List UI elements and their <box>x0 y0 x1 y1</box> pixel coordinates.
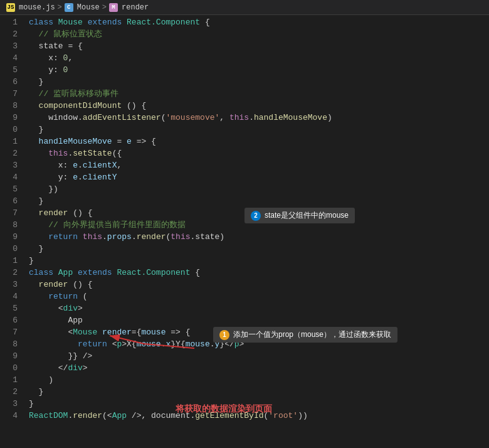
token-kw2: this <box>229 113 249 122</box>
code-line: // 鼠标位置状态 <box>29 28 489 40</box>
token-kw: extends <box>78 268 117 277</box>
code-line: y: 0 <box>29 64 489 76</box>
line-number: 1 <box>5 16 18 28</box>
code-line: } <box>29 243 489 255</box>
code-line: render () { <box>29 279 489 291</box>
token-str: 'root' <box>268 411 298 420</box>
line-number: 2 <box>5 386 18 398</box>
line-number: 5 <box>5 302 18 314</box>
line-number: 4 <box>5 52 18 64</box>
token-cmt: // 向外界提供当前子组件里面的数据 <box>48 220 185 230</box>
code-line: <div> <box>29 302 489 314</box>
line-number: 4 <box>5 291 18 302</box>
line-number: 9 <box>5 112 18 124</box>
code-line: } <box>29 124 489 136</box>
line-number: 9 <box>5 231 18 243</box>
token-prop: props <box>107 232 132 242</box>
code-line: }) <box>29 183 489 195</box>
token-var: mouse <box>186 339 210 349</box>
line-number: 6 <box>5 76 18 88</box>
token-tag: div <box>68 363 82 373</box>
render-icon: M <box>109 3 118 12</box>
token-num: 0 <box>63 65 68 75</box>
line-number: 7 <box>5 88 18 100</box>
token-tag: App <box>112 411 127 420</box>
breadcrumb-method[interactable]: render <box>122 3 149 12</box>
token-var: e <box>73 161 78 170</box>
breadcrumb-class[interactable]: Mouse <box>77 3 100 12</box>
token-cmt: // 鼠标位置状态 <box>39 29 102 39</box>
token-kw: return <box>48 232 83 242</box>
annotation-1: 1添加一个值为prop（mouse），通过函数来获取 <box>213 327 397 343</box>
token-fn: render <box>73 411 102 420</box>
code-line: window.addEventListener('mousemove', thi… <box>29 112 489 124</box>
badge-2: 2 <box>251 211 261 221</box>
code-line: App <box>29 314 489 326</box>
token-tag: p <box>117 339 122 349</box>
code-line: this.setState({ <box>29 147 489 159</box>
breadcrumb-bar: JS mouse.js > C Mouse > M render <box>0 0 489 15</box>
token-kw: return <box>48 292 83 301</box>
line-number: 5 <box>5 64 18 76</box>
token-fn: addEventListener <box>83 113 161 122</box>
token-prop: clientY <box>83 173 117 182</box>
code-line: y: e.clientY <box>29 171 489 183</box>
code-line: </div> <box>29 362 489 374</box>
token-fn: handleMouseMove <box>254 113 327 122</box>
breadcrumb-sep-2: > <box>102 3 107 12</box>
code-line: } <box>29 76 489 88</box>
code-area: 1234567890123456789012345678901234 class… <box>0 15 489 448</box>
code-line: state = { <box>29 40 489 52</box>
line-number: 7 <box>5 326 18 338</box>
ann2-text: state是父组件中的mouse <box>265 211 349 220</box>
code-line: // 监听鼠标移动事件 <box>29 88 489 100</box>
class-icon: C <box>65 3 73 12</box>
line-number: 3 <box>5 159 18 171</box>
code-line: ) <box>29 374 489 386</box>
token-cls: React.Component <box>127 18 205 27</box>
token-var: e <box>73 173 78 182</box>
token-kw2: this <box>171 232 190 242</box>
token-cls: App <box>58 268 78 277</box>
token-kw2: this <box>48 149 68 158</box>
line-number: 7 <box>5 207 18 219</box>
code-line: x: e.clientX, <box>29 159 489 171</box>
code-line: handleMouseMove = e => { <box>29 136 489 147</box>
code-content[interactable]: class Mouse extends React.Component { //… <box>23 15 489 448</box>
line-number: 1 <box>5 374 18 386</box>
line-number: 0 <box>5 124 18 136</box>
annotation-2: 2state是父组件中的mouse <box>244 208 355 223</box>
line-number: 0 <box>5 362 18 374</box>
token-kw: class <box>29 268 58 277</box>
token-prop: handleMouseMove <box>39 137 112 146</box>
token-cmt: // 监听鼠标移动事件 <box>39 89 118 99</box>
line-number: 0 <box>5 243 18 255</box>
breadcrumb-file[interactable]: mouse.js <box>19 3 55 12</box>
line-number: 3 <box>5 40 18 52</box>
line-number: 9 <box>5 350 18 362</box>
token-prop: clientX <box>83 161 117 170</box>
token-var: mouse <box>137 339 161 349</box>
token-cls: Mouse <box>58 18 88 27</box>
token-kw: extends <box>88 18 127 27</box>
line-number: 8 <box>5 100 18 112</box>
line-number: 3 <box>5 398 18 410</box>
line-number: 8 <box>5 338 18 350</box>
line-number: 3 <box>5 279 18 291</box>
token-fn: render <box>39 280 68 289</box>
code-line: return ( <box>29 291 489 302</box>
code-line: class Mouse extends React.Component { <box>29 16 489 28</box>
token-cls: ReactDOM <box>29 411 68 420</box>
code-line: componentDidMount () { <box>29 100 489 112</box>
token-tag: Mouse <box>73 328 102 337</box>
editor: 1234567890123456789012345678901234 class… <box>0 15 489 448</box>
code-line: } <box>29 195 489 207</box>
token-tag: div <box>63 304 78 313</box>
code-line: return this.props.render(this.state) <box>29 231 489 243</box>
token-punc: { <box>195 268 200 277</box>
code-line: }} /> <box>29 350 489 362</box>
code-line: } <box>29 386 489 398</box>
token-punc: { <box>205 18 210 27</box>
token-kw: return <box>78 339 112 349</box>
line-number: 4 <box>5 171 18 183</box>
